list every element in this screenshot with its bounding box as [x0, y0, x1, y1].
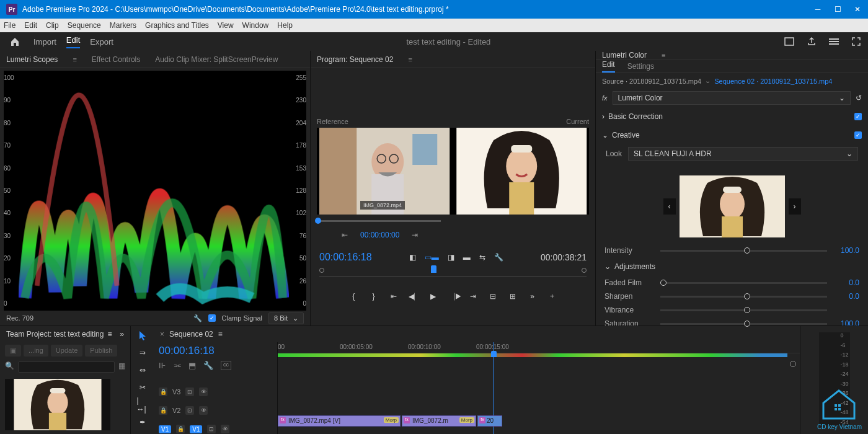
sharpen-slider[interactable]	[660, 296, 827, 298]
full-icon[interactable]: ▬	[463, 253, 471, 262]
tab-program[interactable]: Program: Sequence 02	[317, 55, 393, 64]
menu-graphics[interactable]: Graphics and Titles	[145, 21, 209, 30]
vibrance-slider[interactable]	[660, 309, 827, 311]
menu-view[interactable]: View	[218, 21, 234, 30]
prev-look-icon[interactable]: ‹	[663, 198, 676, 215]
track-lock-icon[interactable]: 🔒	[176, 425, 185, 433]
panel-menu-icon[interactable]: ≡	[218, 330, 223, 339]
pending-pill[interactable]: ...ing	[24, 345, 48, 356]
step-forward-icon[interactable]: ⎹▶	[448, 292, 458, 301]
track-sync-icon[interactable]: ⊡	[185, 406, 194, 415]
basic-enable-checkbox[interactable]: ✓	[854, 113, 862, 120]
menu-edit[interactable]: Edit	[24, 21, 37, 30]
lumetri-edit-tab[interactable]: Edit	[602, 60, 615, 73]
menu-help[interactable]: Help	[277, 21, 293, 30]
tab-audio-mixer[interactable]: Audio Clip Mixer: SplitScreenPreview	[155, 55, 278, 64]
panel-menu-icon[interactable]: ≡	[662, 51, 665, 59]
share-icon[interactable]	[806, 36, 817, 47]
track-lock-icon[interactable]: 🔒	[159, 406, 167, 415]
adjustments-head[interactable]: ⌄ Adjustments	[596, 257, 868, 276]
next-look-icon[interactable]: ›	[789, 198, 801, 215]
track-v1[interactable]: V1	[190, 425, 202, 433]
faded-value[interactable]: 0.0	[833, 278, 859, 287]
clip-v1-c[interactable]: fx20	[477, 415, 502, 427]
faded-slider[interactable]	[660, 282, 827, 284]
workspace-export[interactable]: Export	[90, 37, 113, 46]
razor-tool[interactable]: ✂	[137, 382, 148, 393]
step-back-icon[interactable]: ◀⎸	[409, 292, 418, 301]
menu-file[interactable]: File	[4, 21, 16, 30]
quick-export-icon[interactable]	[784, 36, 795, 47]
project-title[interactable]: Team Project: test text editing	[6, 330, 104, 339]
tab-effect-controls[interactable]: Effect Controls	[92, 55, 140, 64]
bin-icon[interactable]: ▣	[5, 345, 21, 356]
track-lock-icon[interactable]: 🔒	[159, 388, 167, 396]
lift-icon[interactable]: ⊟	[488, 292, 498, 301]
creative-enable-checkbox[interactable]: ✓	[854, 131, 862, 139]
split-icon[interactable]: ▭▬	[425, 253, 439, 262]
settings-icon[interactable]: 🔧	[494, 253, 503, 262]
goto-in-icon[interactable]: ⇤	[342, 231, 348, 239]
add-button-icon[interactable]: +	[547, 292, 557, 301]
source-v1[interactable]: V1	[159, 425, 171, 433]
section-creative[interactable]: ⌄ Creative ✓	[596, 126, 868, 144]
timeline-ruler[interactable]: 00 00:00:05:00 00:00:10:00 00:00:15:00	[278, 342, 800, 353]
track-sync-icon[interactable]: ⊡	[207, 425, 216, 433]
settings-icon[interactable]: 🔧	[203, 361, 213, 370]
publish-button[interactable]: Publish	[85, 345, 117, 356]
intensity-slider[interactable]	[660, 250, 827, 252]
mark-in-icon[interactable]: {	[349, 292, 359, 301]
marker-icon[interactable]: ⬒	[188, 361, 196, 370]
tab-lumetri-color[interactable]: Lumetri Color	[602, 51, 647, 60]
update-button[interactable]: Update	[51, 345, 82, 356]
snap-icon[interactable]: ⊪	[159, 361, 166, 370]
overflow-icon[interactable]: »	[120, 330, 124, 339]
fx-icon[interactable]: fx	[602, 94, 608, 102]
prev-edit-icon[interactable]: ⇤	[389, 292, 399, 301]
workspace-import[interactable]: Import	[33, 37, 56, 46]
menu-sequence[interactable]: Sequence	[68, 21, 101, 30]
panel-menu-icon[interactable]: ≡	[73, 56, 76, 63]
play-icon[interactable]: ▶	[428, 292, 438, 301]
workspace-menu-icon[interactable]	[828, 36, 839, 47]
bit-depth-select[interactable]: 8 Bit⌄	[268, 312, 304, 324]
mini-timeline[interactable]	[319, 267, 587, 277]
mark-out-icon[interactable]: }	[369, 292, 379, 301]
close-button[interactable]: ✕	[853, 5, 862, 14]
minimize-button[interactable]: ─	[813, 5, 822, 14]
tab-lumetri-scopes[interactable]: Lumetri Scopes	[6, 55, 58, 64]
zoom-handle[interactable]	[790, 361, 796, 367]
maximize-button[interactable]: ☐	[833, 5, 842, 14]
source-clip[interactable]: Source · 20180912_103715.mp4	[602, 78, 701, 85]
more-icon[interactable]: »	[528, 292, 538, 301]
fullscreen-icon[interactable]	[851, 36, 862, 47]
home-icon[interactable]	[6, 35, 24, 48]
new-item-icon[interactable]: ▦	[118, 361, 125, 373]
ripple-tool[interactable]: ⇔	[137, 365, 148, 376]
effect-select[interactable]: Lumetri Color⌄	[613, 91, 851, 105]
clip-v1-b[interactable]: fxIMG_0872.mMorp	[402, 415, 476, 427]
workspace-edit[interactable]: Edit	[66, 35, 80, 48]
menu-window[interactable]: Window	[242, 21, 269, 30]
extract-icon[interactable]: ⊞	[508, 292, 518, 301]
caption-icon[interactable]: cc	[221, 361, 231, 370]
swap-icon[interactable]: ⇆	[479, 253, 485, 262]
goto-out-icon[interactable]: ⇥	[412, 231, 418, 239]
menu-markers[interactable]: Markers	[110, 21, 136, 30]
saturation-slider[interactable]	[660, 323, 827, 325]
section-basic-correction[interactable]: › Basic Correction ✓	[596, 107, 868, 126]
timeline-tab[interactable]: Sequence 02	[169, 330, 213, 339]
track-eye-icon[interactable]: 👁	[199, 406, 208, 415]
sharpen-value[interactable]: 0.0	[833, 292, 859, 301]
tc-current[interactable]: 00:00:16:18	[319, 252, 372, 263]
next-edit-icon[interactable]: ⇥	[468, 292, 478, 301]
program-preview[interactable]: IMG_0872.mp4	[317, 128, 589, 215]
track-sync-icon[interactable]: ⊡	[185, 388, 194, 396]
wrench-icon[interactable]: 🔧	[193, 314, 202, 322]
intensity-value[interactable]: 100.0	[833, 246, 859, 255]
selection-tool[interactable]	[137, 330, 148, 341]
timeline-tc[interactable]: 00:00:16:18	[159, 345, 272, 357]
reset-icon[interactable]: ↺	[856, 94, 862, 102]
track-select-tool[interactable]: ⇛	[137, 347, 148, 358]
track-v2[interactable]: V2	[172, 407, 180, 414]
